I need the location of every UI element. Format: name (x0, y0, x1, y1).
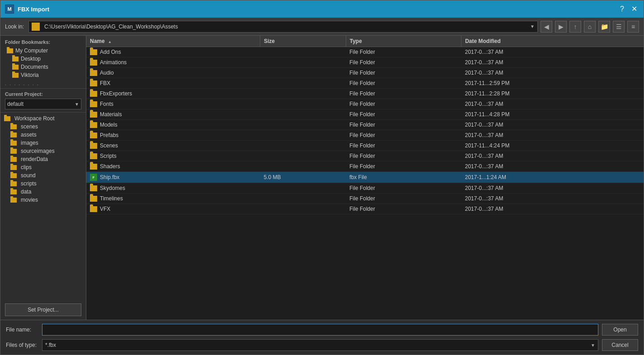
folder-icon-renderdata (10, 157, 17, 162)
nav-newfolder-button[interactable]: 📁 (598, 21, 610, 33)
file-name-cell: FbxExporters (86, 89, 260, 99)
column-size[interactable]: Size (260, 36, 346, 47)
sidebar-item-clips[interactable]: clips (0, 163, 86, 171)
file-name-cell: Timelines (86, 194, 260, 204)
look-in-dropdown-arrow[interactable]: ▼ (530, 24, 535, 29)
file-name-text: FbxExporters (100, 90, 132, 97)
table-row[interactable]: Add OnsFile Folder2017-0...:37 AM (86, 47, 644, 57)
view-list-button[interactable]: ☰ (613, 21, 625, 33)
table-row[interactable]: FontsFile Folder2017-0...:37 AM (86, 99, 644, 109)
sidebar-item-desktop[interactable]: Desktop (5, 55, 81, 63)
file-name-cell: FBX (86, 78, 260, 89)
view-detail-button[interactable]: ≡ (627, 21, 639, 33)
table-row[interactable]: ScenesFile Folder2017-11...4:24 PM (86, 141, 644, 151)
cancel-button[interactable]: Cancel (602, 339, 638, 351)
sidebar-item-data[interactable]: data (0, 188, 86, 196)
column-type[interactable]: Type (346, 36, 461, 47)
file-date-cell: 2017-11...4:24 PM (461, 141, 644, 151)
table-row[interactable]: SkydomesFile Folder2017-0...:37 AM (86, 183, 644, 194)
file-name-cell: Fonts (86, 99, 260, 109)
column-date-modified[interactable]: Date Modified (461, 36, 644, 47)
folder-icon (90, 70, 97, 76)
file-table-scroll[interactable]: Name ▲ Size Type Date Modified Add OnsFi… (86, 36, 644, 320)
fbx-import-dialog: M FBX Import ? ✕ Look in: C:\Users\Vikto… (0, 0, 644, 355)
sidebar-item-scenes[interactable]: scenes (0, 123, 86, 131)
table-row[interactable]: VFXFile Folder2017-0...:37 AM (86, 204, 644, 214)
table-row[interactable]: FBXFile Folder2017-11...2:59 PM (86, 78, 644, 89)
file-size-cell (260, 47, 346, 57)
file-date-cell: 2017-0...:37 AM (461, 161, 644, 172)
app-icon: M (5, 5, 14, 14)
file-name-text: Animations (100, 59, 127, 66)
dialog-title: FBX Import (18, 6, 618, 13)
file-date-cell: 2017-0...:37 AM (461, 130, 644, 141)
file-size-cell (260, 89, 346, 99)
sidebar-item-movies[interactable]: movies (0, 196, 86, 204)
table-row[interactable]: AnimationsFile Folder2017-0...:37 AM (86, 57, 644, 68)
workspace-root-item[interactable]: Workspace Root (0, 114, 86, 123)
help-button[interactable]: ? (618, 5, 626, 13)
table-row[interactable]: TimelinesFile Folder2017-0...:37 AM (86, 194, 644, 204)
set-project-button[interactable]: Set Project... (5, 303, 81, 316)
project-select[interactable]: default ▼ (5, 99, 81, 109)
file-name-label: File name: (6, 327, 42, 333)
sidebar-item-assets[interactable]: assets (0, 131, 86, 139)
divider-dots: · · · · · · · · (0, 81, 86, 88)
file-name-cell: Animations (86, 57, 260, 68)
file-size-cell: 5.0 MB (260, 172, 346, 183)
file-name-text: FBX (100, 80, 110, 86)
look-in-path-display[interactable]: C:\Users\Viktoria\Desktop\AG_Clean_Works… (28, 21, 538, 33)
nav-forward-button[interactable]: ▶ (555, 21, 567, 33)
sidebar-item-sound[interactable]: sound (0, 171, 86, 180)
sidebar-item-my-computer[interactable]: My Computer (5, 47, 81, 55)
folder-icon-my-computer (7, 48, 13, 53)
table-row[interactable]: ShadersFile Folder2017-0...:37 AM (86, 161, 644, 172)
folder-icon (90, 60, 97, 66)
column-name[interactable]: Name ▲ (86, 36, 260, 47)
file-size-cell (260, 68, 346, 78)
sidebar-item-scripts[interactable]: scripts (0, 180, 86, 188)
sidebar-item-viktoria[interactable]: Viktoria (5, 71, 81, 79)
file-date-cell: 2017-0...:37 AM (461, 57, 644, 68)
folder-icon-sound (10, 173, 17, 178)
project-select-arrow: ▼ (75, 102, 79, 107)
file-name-text: Skydomes (100, 185, 125, 191)
filetype-dropdown-arrow: ▼ (591, 343, 595, 348)
table-row[interactable]: ScriptsFile Folder2017-0...:37 AM (86, 151, 644, 161)
folder-icon-scenes (10, 124, 17, 129)
file-name-cell: Shaders (86, 161, 260, 172)
workspace-tree-scroll[interactable]: Workspace Root scenes assets images (0, 113, 86, 300)
folder-bookmarks-label: Folder Bookmarks: (5, 39, 81, 45)
close-button[interactable]: ✕ (630, 5, 639, 13)
table-row[interactable]: FbxExportersFile Folder2017-11...2:28 PM (86, 89, 644, 99)
file-type-cell: File Folder (346, 109, 461, 120)
open-button[interactable]: Open (602, 324, 638, 336)
file-name-input[interactable] (42, 324, 598, 336)
look-in-label: Look in: (5, 24, 24, 30)
sidebar-item-documents[interactable]: Documents (5, 63, 81, 71)
files-of-type-select[interactable]: *.fbx ▼ (42, 339, 598, 351)
table-row[interactable]: FShip.fbx5.0 MBfbx File2017-1...1:24 AM (86, 172, 644, 183)
sidebar-item-sourceimages[interactable]: sourceimages (0, 147, 86, 155)
file-size-cell (260, 109, 346, 120)
folder-icon-images (10, 141, 17, 146)
file-type-cell: fbx File (346, 172, 461, 183)
file-name-cell: VFX (86, 204, 260, 214)
sidebar-item-renderdata[interactable]: renderData (0, 155, 86, 163)
nav-home-button[interactable]: ⌂ (584, 21, 596, 33)
nav-back-button[interactable]: ◀ (541, 21, 552, 33)
files-of-type-label: Files of type: (6, 342, 42, 348)
file-name-text: Audio (100, 70, 114, 76)
table-row[interactable]: MaterialsFile Folder2017-11...4:28 PM (86, 109, 644, 120)
file-date-cell: 2017-0...:37 AM (461, 47, 644, 57)
table-row[interactable]: PrefabsFile Folder2017-0...:37 AM (86, 130, 644, 141)
folder-icon (90, 112, 97, 118)
table-row[interactable]: AudioFile Folder2017-0...:37 AM (86, 68, 644, 78)
folder-icon (90, 91, 97, 97)
file-size-cell (260, 130, 346, 141)
nav-up-button[interactable]: ↑ (569, 21, 581, 33)
sidebar-item-images[interactable]: images (0, 139, 86, 147)
table-row[interactable]: ModelsFile Folder2017-0...:37 AM (86, 120, 644, 130)
file-name-cell: Skydomes (86, 183, 260, 194)
title-bar: M FBX Import ? ✕ (0, 0, 644, 18)
